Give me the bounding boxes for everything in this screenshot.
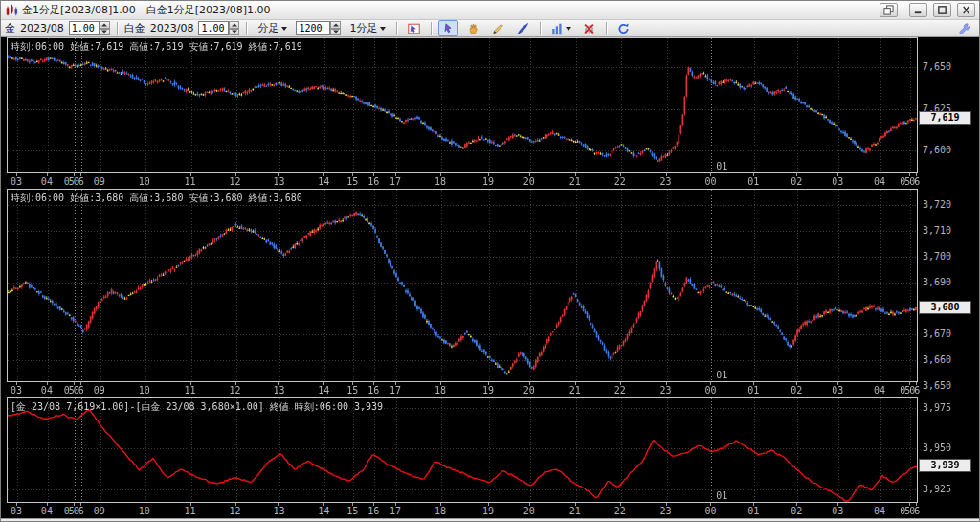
interval-dropdown[interactable]: 1分足 [345, 19, 390, 37]
time-axis-label: 20 [523, 506, 535, 516]
time-axis-label: 23 [660, 176, 672, 187]
price-axis[interactable]: 7,6507,6257,6007,619 [918, 37, 973, 189]
time-axis-label: 22 [614, 176, 626, 187]
chart-canvas[interactable] [8, 38, 917, 172]
price-axis-label: 3,690 [923, 277, 951, 287]
chart-plot[interactable]: 時刻:06:00 始値:7,619 高値:7,619 安値:7,619 終値:7… [7, 37, 918, 173]
time-axis-label: 02 [791, 176, 802, 187]
platinum-symbol-label: 白金 [124, 21, 145, 35]
gold-1min-panel: 時刻:06:00 始値:7,619 高値:7,619 安値:7,619 終値:7… [7, 37, 973, 189]
gold-contract-month: 2023/08 [20, 22, 64, 34]
time-axis-label: 21 [569, 176, 581, 187]
minimize-button[interactable] [909, 3, 927, 17]
price-axis[interactable]: 3,7203,7103,7003,6903,6703,6603,6503,680 [918, 189, 973, 397]
time-axis-label: 0506 [900, 176, 919, 187]
cursor-box-tool-button[interactable] [404, 20, 424, 36]
chart-plot[interactable]: [金 23/08 7,619×1.00]-[白金 23/08 3,680×1.0… [7, 397, 918, 503]
gold-symbol-label: 金 [5, 21, 15, 35]
toolbar-separator [606, 22, 607, 35]
platinum-1min-panel: 時刻:06:00 始値:3,680 高値:3,680 安値:3,680 終値:3… [7, 189, 973, 397]
time-axis-label: 03 [11, 506, 22, 516]
current-price-tag: 3,680 [919, 301, 971, 314]
time-axis-label: 04 [874, 385, 885, 396]
toolbar-separator [117, 22, 118, 35]
chart-canvas[interactable] [8, 398, 917, 502]
time-axis-label: 11 [185, 506, 196, 516]
time-axis-label: 18 [434, 385, 446, 396]
time-axis-label: 09 [94, 506, 105, 516]
time-axis[interactable]: 0304050609101112131415161718192021222300… [7, 382, 918, 397]
price-axis-label: 3,700 [923, 251, 951, 261]
spin-up-button[interactable] [100, 21, 110, 29]
time-axis-label: 03 [832, 385, 843, 396]
toolbar-separator [431, 22, 432, 35]
price-axis-label: 7,650 [923, 61, 951, 72]
current-price-tag: 7,619 [919, 111, 971, 125]
gold-multiplier-spinner [69, 21, 110, 35]
bar-type-dropdown[interactable]: 分足 [254, 19, 291, 37]
maximize-button[interactable] [933, 3, 951, 17]
settings-wrench-tool-button[interactable] [955, 20, 975, 36]
app-icon [5, 4, 18, 17]
time-axis-label: 14 [318, 385, 329, 396]
chevron-down-icon [380, 27, 386, 31]
time-axis-label: 10 [139, 385, 150, 396]
time-axis-label: 11 [185, 385, 196, 396]
time-axis-label: 09 [94, 176, 105, 187]
time-axis-label: 09 [94, 385, 105, 396]
pencil-tool-button[interactable] [488, 20, 508, 36]
time-axis-label: 03 [11, 385, 22, 396]
interval-label: 1分足 [349, 21, 377, 35]
chart-canvas[interactable] [8, 190, 917, 381]
chart-plot[interactable]: 時刻:06:00 始値:3,680 高値:3,680 安値:3,680 終値:3… [7, 189, 918, 382]
time-axis-label: 12 [230, 385, 241, 396]
spread-panel: [金 23/08 7,619×1.00]-[白金 23/08 3,680×1.0… [7, 397, 973, 518]
chart-region: 時刻:06:00 始値:7,619 高値:7,619 安値:7,619 終値:7… [1, 37, 979, 518]
time-axis-label: 04 [41, 176, 53, 187]
toolbar-separator [246, 22, 247, 35]
time-axis-label: 00 [704, 385, 716, 396]
bar-type-label: 分足 [257, 21, 278, 35]
time-axis-label: 18 [434, 506, 446, 516]
window-bottom-edge [1, 518, 979, 522]
hand-tool-button[interactable] [463, 20, 483, 36]
time-axis-label: 00 [704, 176, 716, 187]
pen-tool-button[interactable] [513, 20, 533, 36]
spin-up-button[interactable] [330, 21, 341, 29]
time-axis-label: 0506 [900, 506, 919, 516]
current-price-tag: 3,939 [919, 459, 971, 472]
select-tool-button[interactable] [438, 20, 458, 36]
time-axis[interactable]: 0304050609101112131415161718192021222300… [7, 173, 918, 189]
spin-down-button[interactable] [330, 29, 341, 36]
spin-up-button[interactable] [229, 21, 239, 29]
time-axis-label: 04 [874, 176, 885, 187]
time-axis-label: 22 [614, 506, 626, 516]
float-window-button[interactable] [880, 3, 898, 17]
clear-drawings-tool-button[interactable] [579, 20, 599, 36]
time-axis-label: 19 [482, 506, 494, 516]
platinum-multiplier-input[interactable] [198, 21, 229, 35]
time-axis[interactable]: 0304050609101112131415161718192021222300… [7, 503, 918, 518]
close-button[interactable] [957, 3, 975, 17]
time-axis-label: 13 [273, 176, 284, 187]
price-axis[interactable]: 3,9753,9503,9253,939 [918, 397, 973, 518]
spin-down-button[interactable] [100, 29, 110, 36]
time-axis-label: 10 [139, 506, 150, 516]
chart-style-tool-button[interactable] [547, 20, 574, 36]
time-axis-label: 22 [614, 385, 626, 396]
time-axis-label: 12 [230, 506, 241, 516]
price-axis-label: 3,650 [923, 380, 951, 391]
time-axis-label: 17 [390, 506, 401, 516]
time-axis-label: 0506 [64, 506, 83, 516]
spin-down-button[interactable] [229, 29, 239, 36]
window-title: 金1分足[2023/08]1.00 - 白金1分足[2023/08]1.00 [22, 3, 271, 17]
time-axis-label: 11 [185, 176, 196, 187]
time-axis-label: 16 [368, 385, 379, 396]
time-axis-label: 21 [569, 385, 581, 396]
time-axis-label: 19 [482, 385, 494, 396]
time-axis-label: 0506 [64, 176, 83, 187]
refresh-tool-button[interactable] [613, 20, 634, 36]
bar-count-input[interactable] [296, 21, 330, 35]
platinum-contract-month: 2023/08 [150, 22, 194, 34]
gold-multiplier-input[interactable] [69, 21, 100, 35]
